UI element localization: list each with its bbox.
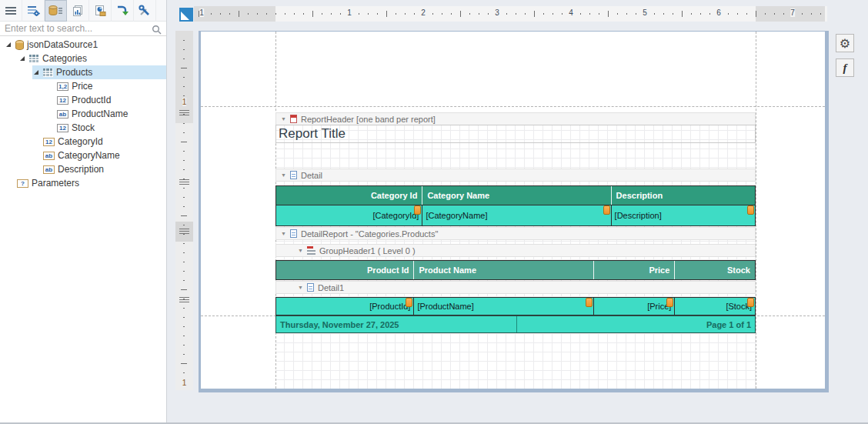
- product-id-cell[interactable]: [ProductId]: [276, 298, 414, 315]
- group-header-band-strip[interactable]: ▼ GroupHeader1 ( Level 0 ): [275, 244, 756, 257]
- band-label: ReportHeader [one band per report]: [301, 115, 436, 124]
- decimal-field-icon: 1,2: [57, 82, 68, 91]
- price-header-cell[interactable]: Price: [594, 261, 676, 279]
- description-cell[interactable]: [Description]: [612, 205, 755, 225]
- footer-date-cell[interactable]: Thursday, November 27, 2025: [276, 316, 517, 332]
- report-header-band-strip[interactable]: ▼ ReportHeader [one band per report]: [275, 112, 756, 125]
- field-list-item-categoryid[interactable]: 12 CategoryId: [0, 135, 166, 149]
- scripts-button[interactable]: f: [836, 58, 854, 77]
- detail-report-band-icon: [290, 229, 297, 238]
- field-list-item-jsondatasource1[interactable]: jsonDataSource1: [0, 38, 166, 52]
- product-name-header-cell[interactable]: Product Name: [414, 261, 593, 279]
- panel-toolbar: [0, 0, 166, 22]
- band-resize-handle[interactable]: [179, 297, 189, 302]
- collapse-band-icon[interactable]: ▼: [281, 231, 286, 236]
- item-label: ProductId: [72, 95, 111, 105]
- detail-report-band-strip[interactable]: ▼ DetailReport - "Categories.Products": [275, 227, 756, 240]
- category-id-cell[interactable]: [CategoryId]: [276, 205, 422, 225]
- footer-page-info-cell[interactable]: Page 1 of 1: [517, 316, 755, 332]
- field-list-item-stock[interactable]: 12 Stock: [0, 121, 166, 135]
- search-input[interactable]: [0, 22, 166, 35]
- data-binding-icon[interactable]: [406, 298, 412, 307]
- ruler-number: 5: [643, 8, 647, 17]
- category-id-header-cell[interactable]: Category Id: [276, 186, 422, 205]
- product-id-header-cell[interactable]: Product Id: [276, 261, 414, 279]
- ruler-number: 1: [347, 8, 352, 17]
- item-label: ProductName: [72, 109, 128, 119]
- expander-icon[interactable]: [32, 69, 40, 75]
- detail1-band-strip[interactable]: ▼ Detail1: [275, 281, 756, 294]
- field-list-item-categoryname[interactable]: ab CategoryName: [0, 149, 166, 162]
- field-list-item-price[interactable]: 1,2 Price: [0, 79, 166, 93]
- script-f-icon: f: [843, 62, 847, 75]
- ruler-number: 2: [421, 8, 426, 17]
- detail-band-icon: [290, 171, 297, 179]
- item-label: CategoryId: [58, 136, 103, 147]
- band-label: GroupHeader1 ( Level 0 ): [319, 246, 416, 255]
- field-list-item-productid[interactable]: 12 ProductId: [0, 93, 166, 107]
- item-label: Parameters: [32, 178, 79, 189]
- collapse-band-icon[interactable]: ▼: [281, 116, 286, 122]
- search-icon[interactable]: [152, 24, 162, 38]
- report-explorer-tab[interactable]: [67, 0, 89, 22]
- ruler-corner-button[interactable]: [179, 8, 193, 22]
- report-preview-tab[interactable]: [89, 0, 112, 22]
- ruler-ticks: [194, 11, 825, 17]
- stock-header-cell[interactable]: Stock: [675, 261, 755, 279]
- datasource-icon: [15, 40, 24, 50]
- field-expression: [ProductId]: [369, 302, 410, 311]
- field-list-item-products[interactable]: Products: [0, 65, 166, 79]
- data-binding-icon[interactable]: [747, 205, 754, 215]
- string-field-icon: ab: [43, 152, 55, 160]
- category-name-cell[interactable]: [CategoryName]: [422, 205, 611, 225]
- report-title-text: Report Title: [279, 126, 346, 142]
- stock-cell[interactable]: [Stock]: [675, 298, 755, 315]
- product-header-row: Product Id Product Name Price Stock: [275, 260, 756, 280]
- band-resize-handle[interactable]: [179, 110, 189, 115]
- export-icon: [116, 5, 129, 17]
- field-list-item-productname[interactable]: ab ProductName: [0, 107, 166, 121]
- settings-button[interactable]: ⚙: [836, 34, 854, 52]
- collapse-band-icon[interactable]: ▼: [298, 285, 303, 290]
- data-binding-icon[interactable]: [586, 298, 593, 307]
- collapse-band-icon[interactable]: ▼: [298, 248, 303, 253]
- top-margin-line: [201, 106, 825, 107]
- properties-tab[interactable]: [22, 0, 45, 22]
- vertical-ruler: 1 1: [175, 31, 193, 390]
- report-designer-window: jsonDataSource1 Categories Products: [0, 0, 868, 424]
- field-list-panel: jsonDataSource1 Categories Products: [0, 0, 167, 422]
- report-title-label[interactable]: Report Title: [275, 125, 756, 143]
- field-expression: [CategoryId]: [372, 211, 419, 220]
- menu-tab[interactable]: [0, 0, 22, 22]
- ruler-number: 1: [182, 379, 187, 387]
- item-label: jsonDataSource1: [27, 39, 98, 50]
- field-list-icon: [48, 5, 62, 17]
- data-binding-icon[interactable]: [747, 298, 754, 307]
- field-list-item-parameters[interactable]: ? Parameters: [0, 176, 166, 190]
- design-surface[interactable]: ▼ ReportHeader [one band per report] Rep…: [199, 31, 829, 392]
- export-tab[interactable]: [112, 0, 134, 22]
- field-list-tree: jsonDataSource1 Categories Products: [0, 36, 166, 190]
- price-cell[interactable]: [Price]: [594, 298, 676, 315]
- data-binding-icon[interactable]: [414, 205, 421, 215]
- detail-band-strip[interactable]: ▼ Detail: [275, 169, 756, 182]
- item-label: Price: [72, 81, 92, 92]
- expander-icon[interactable]: [18, 55, 26, 62]
- band-resize-handle[interactable]: [179, 179, 189, 185]
- band-resize-handle[interactable]: [179, 229, 189, 234]
- item-label: Categories: [42, 53, 87, 64]
- table-icon: [43, 68, 53, 77]
- tools-tab[interactable]: [134, 0, 156, 22]
- product-name-cell[interactable]: [ProductName]: [414, 298, 593, 315]
- field-list-item-description[interactable]: ab Description: [0, 162, 166, 176]
- description-header-cell[interactable]: Description: [612, 186, 755, 205]
- field-list-tab[interactable]: [45, 0, 67, 22]
- data-binding-icon[interactable]: [666, 298, 673, 307]
- field-list-item-categories[interactable]: Categories: [0, 52, 166, 65]
- category-name-header-cell[interactable]: Category Name: [422, 186, 611, 205]
- collapse-band-icon[interactable]: ▼: [281, 172, 286, 178]
- expander-icon[interactable]: [5, 42, 12, 48]
- field-expression: [Description]: [615, 211, 662, 220]
- data-binding-icon[interactable]: [603, 205, 610, 215]
- detail1-band-icon: [307, 283, 314, 292]
